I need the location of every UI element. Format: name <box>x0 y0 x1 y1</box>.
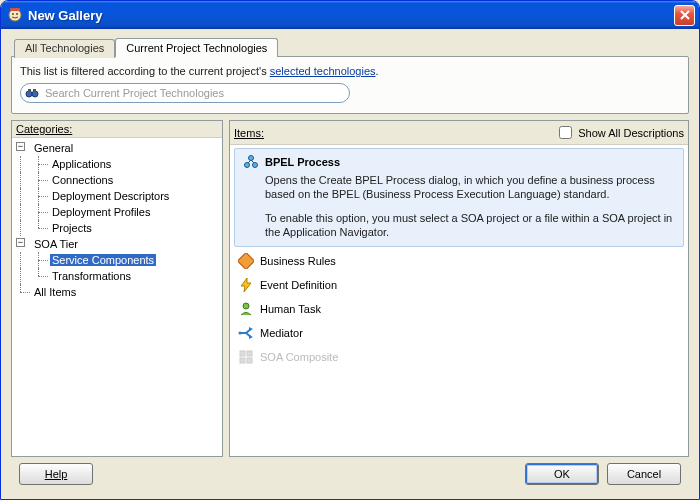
item-human-task[interactable]: Human Task <box>232 297 686 321</box>
tree-label: Applications <box>50 158 113 170</box>
svg-rect-16 <box>240 358 245 363</box>
tree-label: Connections <box>50 174 115 186</box>
tree-label: Transformations <box>50 270 133 282</box>
svg-rect-3 <box>10 8 20 11</box>
search-field[interactable] <box>20 83 350 103</box>
item-bpel-process[interactable]: BPEL Process Opens the Create BPEL Proce… <box>234 148 684 247</box>
tree-node-deployment-profiles[interactable]: Deployment Profiles <box>14 204 220 220</box>
svg-point-13 <box>239 332 242 335</box>
tree-node-general[interactable]: − General <box>14 140 220 156</box>
svg-rect-11 <box>238 253 254 269</box>
tree-label: SOA Tier <box>32 238 80 250</box>
categories-panel: Categories: − General Applications Conne… <box>11 120 223 457</box>
svg-point-9 <box>245 163 250 168</box>
minus-icon[interactable]: − <box>16 238 25 247</box>
tab-panel: This list is filtered according to the c… <box>11 56 689 114</box>
item-soa-composite: SOA Composite <box>232 345 686 369</box>
svg-point-2 <box>16 13 18 15</box>
svg-point-8 <box>249 156 254 161</box>
bpel-icon <box>243 154 259 170</box>
dialog-footer: Help OK Cancel <box>11 457 689 493</box>
mediator-icon <box>238 325 254 341</box>
items-panel: Items: Show All Descriptions <box>229 120 689 457</box>
show-all-checkbox[interactable] <box>559 126 572 139</box>
close-button[interactable] <box>674 5 695 26</box>
items-header: Items: Show All Descriptions <box>230 121 688 145</box>
item-label: SOA Composite <box>260 351 338 363</box>
item-label: Human Task <box>260 303 321 315</box>
tree-label: Deployment Profiles <box>50 206 152 218</box>
tree-node-deployment-descriptors[interactable]: Deployment Descriptors <box>14 188 220 204</box>
cancel-button[interactable]: Cancel <box>607 463 681 485</box>
tab-all-technologies[interactable]: All Technologies <box>14 39 115 58</box>
tree-label: All Items <box>32 286 78 298</box>
svg-rect-15 <box>247 351 252 356</box>
tab-current-project-technologies[interactable]: Current Project Technologies <box>115 38 278 57</box>
item-mediator[interactable]: Mediator <box>232 321 686 345</box>
item-event-definition[interactable]: Event Definition <box>232 273 686 297</box>
item-label: Event Definition <box>260 279 337 291</box>
svg-point-12 <box>243 303 249 309</box>
tree-node-applications[interactable]: Applications <box>14 156 220 172</box>
business-rules-icon <box>238 253 254 269</box>
ok-button[interactable]: OK <box>525 463 599 485</box>
item-label: Business Rules <box>260 255 336 267</box>
categories-header: Categories: <box>12 121 222 138</box>
svg-rect-17 <box>247 358 252 363</box>
binoculars-icon <box>25 86 39 100</box>
show-all-descriptions[interactable]: Show All Descriptions <box>555 123 684 142</box>
svg-point-10 <box>253 163 258 168</box>
svg-point-1 <box>12 13 14 15</box>
categories-tree[interactable]: − General Applications Connections Deplo… <box>12 138 222 456</box>
filter-description: This list is filtered according to the c… <box>20 65 680 77</box>
human-task-icon <box>238 301 254 317</box>
tree-label: General <box>32 142 75 154</box>
tree-node-connections[interactable]: Connections <box>14 172 220 188</box>
svg-rect-14 <box>240 351 245 356</box>
tree-node-soa-tier[interactable]: − SOA Tier <box>14 236 220 252</box>
tree-node-service-components[interactable]: Service Components <box>14 252 220 268</box>
item-business-rules[interactable]: Business Rules <box>232 249 686 273</box>
search-input[interactable] <box>43 86 343 100</box>
filter-suffix: . <box>376 65 379 77</box>
tree-node-projects[interactable]: Projects <box>14 220 220 236</box>
selected-technologies-link[interactable]: selected technologies <box>270 65 376 77</box>
items-label: Items: <box>234 127 264 139</box>
tree-node-all-items[interactable]: All Items <box>14 284 220 300</box>
app-icon <box>7 7 23 23</box>
event-icon <box>238 277 254 293</box>
item-description: Opens the Create BPEL Process dialog, in… <box>243 173 675 239</box>
item-title: BPEL Process <box>265 156 340 168</box>
item-desc-line: Opens the Create BPEL Process dialog, in… <box>265 173 675 201</box>
tree-label: Service Components <box>50 254 156 266</box>
svg-rect-6 <box>28 89 31 92</box>
item-label: Mediator <box>260 327 303 339</box>
items-list[interactable]: BPEL Process Opens the Create BPEL Proce… <box>230 145 688 456</box>
help-button[interactable]: Help <box>19 463 93 485</box>
categories-label: Categories: <box>16 123 72 135</box>
tree-node-transformations[interactable]: Transformations <box>14 268 220 284</box>
soa-composite-icon <box>238 349 254 365</box>
tree-label: Projects <box>50 222 94 234</box>
svg-rect-7 <box>33 89 36 92</box>
filter-prefix: This list is filtered according to the c… <box>20 65 270 77</box>
show-all-label: Show All Descriptions <box>578 127 684 139</box>
titlebar[interactable]: New Gallery <box>1 1 699 29</box>
tab-strip: All Technologies Current Project Technol… <box>11 37 689 56</box>
tree-label: Deployment Descriptors <box>50 190 171 202</box>
new-gallery-window: New Gallery All Technologies Current Pro… <box>0 0 700 500</box>
minus-icon[interactable]: − <box>16 142 25 151</box>
item-desc-line: To enable this option, you must select a… <box>265 211 675 239</box>
window-title: New Gallery <box>28 8 674 23</box>
